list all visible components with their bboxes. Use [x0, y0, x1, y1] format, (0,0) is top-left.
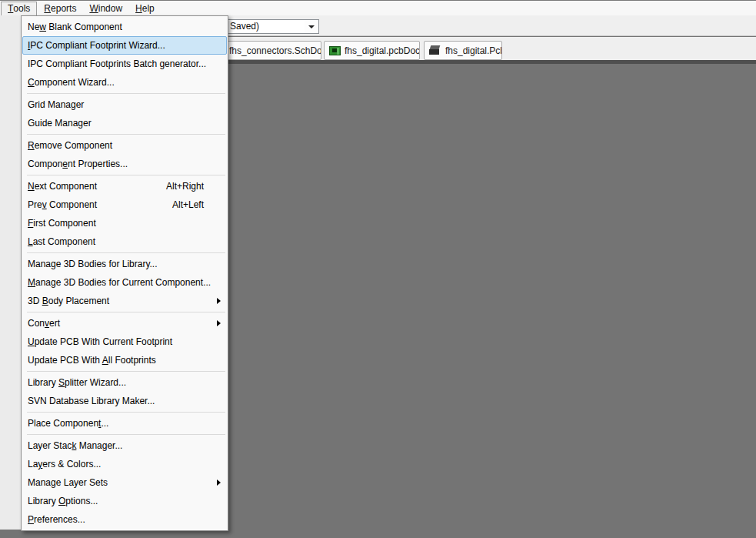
menu-separator — [27, 434, 225, 435]
menu-item-label: IPC Compliant Footprint Wizard... — [28, 40, 165, 51]
menu-item-manage-3d-bodies-for-current-component[interactable]: Manage 3D Bodies for Current Component..… — [22, 273, 227, 292]
menu-item-label: Component Properties... — [28, 159, 128, 169]
menu-item-label: Layer Stack Manager... — [28, 440, 122, 451]
menu-item-layers-colors[interactable]: Layers & Colors... — [22, 455, 227, 473]
menu-item-first-component[interactable]: First Component — [22, 214, 227, 232]
menu-item-ipc-compliant-footprints-batch-generator[interactable]: IPC Compliant Footprints Batch generator… — [22, 55, 227, 73]
menu-item-preferences[interactable]: Preferences... — [22, 510, 227, 529]
menu-item-layer-stack-manager[interactable]: Layer Stack Manager... — [22, 436, 227, 455]
menu-item-manage-layer-sets[interactable]: Manage Layer Sets — [22, 473, 227, 492]
menu-item-label: Guide Manager — [28, 118, 92, 129]
menu-item-label: Library Options... — [28, 496, 98, 506]
combobox-value: Saved) — [230, 21, 259, 32]
menubar-item-tools[interactable]: Tools — [1, 2, 37, 15]
menu-item-label: Layers & Colors... — [28, 459, 101, 469]
menu-item-label: Remove Component — [28, 140, 112, 151]
pcb-document-icon — [329, 46, 341, 55]
submenu-arrow-icon — [217, 480, 221, 486]
menu-item-svn-database-library-maker[interactable]: SVN Database Library Maker... — [22, 392, 227, 410]
menu-item-label: Update PCB With Current Footprint — [28, 336, 172, 347]
menu-separator — [27, 175, 225, 175]
menu-item-label: Prev Component — [28, 199, 97, 210]
menu-item-remove-component[interactable]: Remove Component — [22, 136, 227, 155]
menu-item-label: Manage Layer Sets — [28, 477, 108, 488]
tab-label: fhs_digital.PcbLib — [445, 45, 502, 56]
tools-menu-dropdown: New Blank ComponentIPC Compliant Footpri… — [21, 15, 228, 531]
menu-item-next-component[interactable]: Next ComponentAlt+Right — [22, 177, 227, 195]
menu-item-new-blank-component[interactable]: New Blank Component — [22, 18, 227, 36]
menu-item-last-component[interactable]: Last Component — [22, 232, 227, 251]
dropdown-arrow-icon[interactable] — [305, 21, 318, 32]
menu-item-grid-manager[interactable]: Grid Manager — [22, 95, 227, 114]
menu-item-label: Next Component — [28, 181, 97, 192]
menu-item-manage-3d-bodies-for-library[interactable]: Manage 3D Bodies for Library... — [22, 255, 227, 273]
menu-item-place-component[interactable]: Place Component... — [22, 414, 227, 433]
menu-item-convert[interactable]: Convert — [22, 314, 227, 332]
menubar-item-reports[interactable]: Reports — [38, 2, 82, 15]
menu-item-label: Grid Manager — [28, 99, 84, 110]
left-edge-strip — [0, 15, 21, 530]
pcb-library-icon — [429, 45, 441, 55]
menu-item-label: New Blank Component — [28, 22, 122, 32]
menu-item-component-wizard[interactable]: Component Wizard... — [22, 73, 227, 92]
menu-separator — [27, 93, 225, 94]
menubar-item-window[interactable]: Window — [83, 2, 128, 15]
tab-label: fhs_digital.pcbDoc — [345, 45, 420, 56]
submenu-arrow-icon — [217, 298, 221, 304]
menu-item-prev-component[interactable]: Prev ComponentAlt+Left — [22, 195, 227, 214]
menu-item-library-splitter-wizard[interactable]: Library Splitter Wizard... — [22, 373, 227, 392]
menu-item-label: SVN Database Library Maker... — [28, 396, 155, 406]
menu-item-label: Component Wizard... — [28, 77, 115, 88]
menu-item-ipc-compliant-footprint-wizard[interactable]: IPC Compliant Footprint Wizard... — [22, 36, 227, 55]
menubar-item-help[interactable]: Help — [129, 2, 161, 15]
menu-item-label: Manage 3D Bodies for Current Component..… — [28, 277, 211, 288]
submenu-arrow-icon — [217, 320, 221, 326]
menu-item-label: Preferences... — [28, 514, 85, 525]
menu-item-label: 3D Body Placement — [28, 296, 109, 306]
menu-item-update-pcb-with-all-footprints[interactable]: Update PCB With All Footprints — [22, 351, 227, 369]
menubar: ToolsReportsWindowHelp — [0, 1, 756, 15]
menu-separator — [27, 371, 225, 372]
tab-fhs-digital-pcbdoc[interactable]: fhs_digital.pcbDoc — [324, 41, 420, 60]
menu-item-label: Update PCB With All Footprints — [28, 355, 156, 366]
menu-item-label: Manage 3D Bodies for Library... — [28, 259, 158, 269]
menu-item-update-pcb-with-current-footprint[interactable]: Update PCB With Current Footprint — [22, 332, 227, 351]
menu-item-guide-manager[interactable]: Guide Manager — [22, 114, 227, 132]
menu-separator — [27, 312, 225, 312]
tab-fhs-digital-pcblib[interactable]: fhs_digital.PcbLib — [424, 41, 502, 60]
menu-item-component-properties[interactable]: Component Properties... — [22, 155, 227, 173]
menu-separator — [27, 252, 225, 253]
menu-item-3d-body-placement[interactable]: 3D Body Placement — [22, 292, 227, 310]
menu-item-shortcut: Alt+Left — [172, 196, 204, 213]
menu-separator — [27, 134, 225, 135]
menu-separator — [27, 412, 225, 413]
menu-item-label: Last Component — [28, 236, 95, 247]
menu-item-label: First Component — [28, 218, 96, 229]
menu-item-library-options[interactable]: Library Options... — [22, 492, 227, 510]
menu-item-label: Place Component... — [28, 418, 108, 429]
menu-item-label: IPC Compliant Footprints Batch generator… — [28, 58, 206, 69]
menu-item-label: Convert — [28, 318, 60, 329]
menu-item-shortcut: Alt+Right — [166, 178, 204, 195]
app-window: { "menubar": { "items": [ {"label": "Too… — [0, 0, 756, 538]
menu-item-label: Library Splitter Wizard... — [28, 377, 126, 388]
